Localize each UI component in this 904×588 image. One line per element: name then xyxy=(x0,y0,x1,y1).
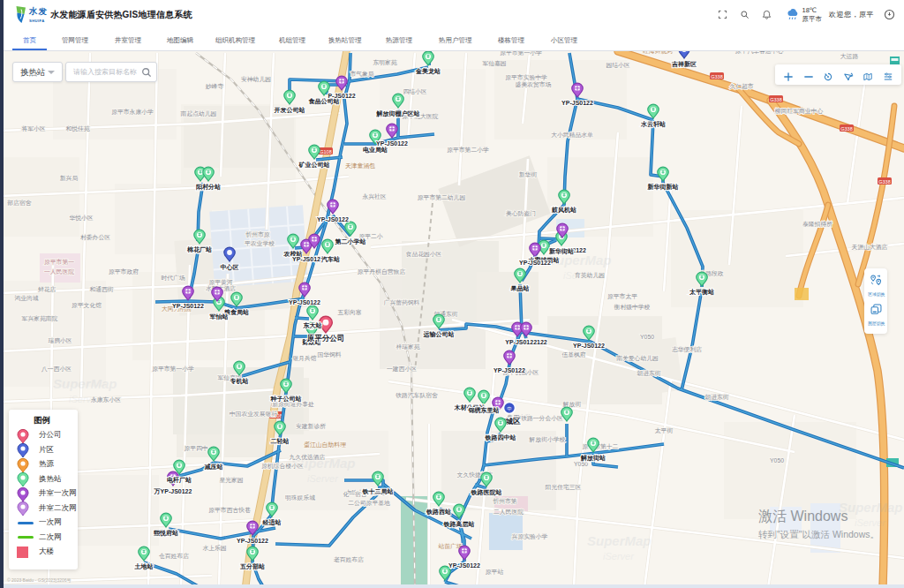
svg-text:四结小区: 四结小区 xyxy=(403,88,426,95)
svg-text:九久优选酒店: 九久优选酒店 xyxy=(290,454,326,461)
svg-text:土地站: 土地站 xyxy=(134,563,154,570)
svg-text:SuperMap: SuperMap xyxy=(587,533,652,548)
svg-text:华悦小区: 华悦小区 xyxy=(69,215,93,222)
svg-text:YP-JS0122: YP-JS0122 xyxy=(493,367,525,373)
svg-text:铁路汽车队宿舍: 铁路汽车队宿舍 xyxy=(395,392,438,399)
svg-text:和通西街: 和通西街 xyxy=(89,285,113,293)
svg-text:YP-JS0122: YP-JS0122 xyxy=(561,100,593,106)
svg-text:妙峰寺: 妙峰寺 xyxy=(206,83,224,90)
svg-text:专机站: 专机站 xyxy=(230,377,249,385)
svg-text:原平四中: 原平四中 xyxy=(184,445,207,452)
svg-text:解放街站: 解放街站 xyxy=(580,455,606,462)
svg-text:东明家苑: 东明家苑 xyxy=(373,59,396,66)
svg-text:YP-JS0122: YP-JS0122 xyxy=(172,303,204,309)
svg-text:原平市永康小学: 原平市永康小学 xyxy=(111,109,154,116)
svg-text:原平市实验中学: 原平市实验中学 xyxy=(505,74,547,80)
svg-text:村委办公区: 村委办公区 xyxy=(80,234,110,241)
svg-text:原平市太平: 原平市太平 xyxy=(607,293,637,299)
svg-text:食品公司站: 食品公司站 xyxy=(308,98,340,105)
svg-text:金美龙站: 金美龙站 xyxy=(415,67,441,75)
svg-text:星光家园: 星光家园 xyxy=(219,477,243,484)
svg-text:G338: G338 xyxy=(770,97,781,102)
svg-text:银月兵馆: 银月兵馆 xyxy=(291,355,316,362)
svg-text:铁路一分会小区: 铁路一分会小区 xyxy=(520,415,563,422)
svg-text:YP-JS0122: YP-JS0122 xyxy=(376,140,408,147)
svg-text:中心区: 中心区 xyxy=(221,263,239,271)
svg-text:新华街: 新华街 xyxy=(519,171,538,178)
svg-text:朝进东街: 朝进东街 xyxy=(637,370,660,377)
svg-text:明珠娱乐城: 明珠娱乐城 xyxy=(285,494,315,501)
svg-text:一人民医院: 一人民医院 xyxy=(44,268,74,275)
svg-text:棉花厂站: 棉花厂站 xyxy=(186,246,212,253)
svg-text:军仙嘉园: 军仙嘉园 xyxy=(482,60,506,67)
svg-text:食品花园小区: 食品花园小区 xyxy=(406,251,442,258)
svg-text:水云轩站: 水云轩站 xyxy=(640,121,666,128)
svg-text:YP-JS0122: YP-JS0122 xyxy=(448,562,480,569)
svg-text:中: 中 xyxy=(507,406,512,411)
svg-text:时代广场: 时代广场 xyxy=(161,275,185,282)
svg-text:G108: G108 xyxy=(320,149,331,155)
svg-text:忻州市原: 忻州市原 xyxy=(245,231,269,237)
svg-text:仓百姓布店: 仓百姓布店 xyxy=(159,553,189,560)
svg-text:五分部站: 五分部站 xyxy=(239,562,265,570)
svg-text:二公司原平基地: 二公司原平基地 xyxy=(348,500,390,506)
svg-text:YP-JS0122: YP-JS0122 xyxy=(519,260,551,266)
svg-text:鸿业尚城: 鸿业尚城 xyxy=(14,295,38,301)
svg-text:园结小区: 园结小区 xyxy=(606,62,629,69)
svg-text:经适站: 经适站 xyxy=(262,518,282,526)
svg-text:安建新诊所: 安建新诊所 xyxy=(296,423,326,430)
svg-text:锦绣东里站: 锦绣东里站 xyxy=(468,406,500,414)
svg-text:部店宿舍: 部店宿舍 xyxy=(6,200,31,207)
svg-text:一建西小区: 一建西小区 xyxy=(387,366,417,373)
svg-text:YP-JS012: YP-JS012 xyxy=(292,256,320,262)
svg-text:矿业公司站: 矿业公司站 xyxy=(298,161,330,169)
svg-text:军兴家苑南院: 军兴家苑南院 xyxy=(22,315,58,322)
svg-text:祥瑞家苑: 祥瑞家苑 xyxy=(396,343,419,351)
svg-text:YP-JS0122: YP-JS0122 xyxy=(289,299,320,305)
svg-text:新兴局: 新兴局 xyxy=(60,175,79,182)
svg-text:YP-JS0122122: YP-JS0122122 xyxy=(505,339,547,345)
svg-text:泰隆招待所: 泰隆招待所 xyxy=(802,221,832,228)
svg-text:南关爱心幼儿园: 南关爱心幼儿园 xyxy=(616,355,659,362)
svg-text:和悦佳苑: 和悦佳苑 xyxy=(65,125,89,132)
svg-text:Y050: Y050 xyxy=(640,334,654,340)
svg-text:铁路西站: 铁路西站 xyxy=(426,509,451,516)
svg-text:iServer: iServer xyxy=(307,473,339,484)
svg-text:铁路高层站: 铁路高层站 xyxy=(443,520,475,528)
svg-text:南起点幼儿园: 南起点幼儿园 xyxy=(181,110,217,117)
svg-text:鲜花店: 鲜花店 xyxy=(38,286,56,293)
svg-text:减压站: 减压站 xyxy=(205,464,223,471)
svg-text:老百姓布店: 老百姓布店 xyxy=(334,556,364,563)
svg-text:大小武精品水单: 大小武精品水单 xyxy=(551,132,593,139)
svg-text:吉祥新区: 吉祥新区 xyxy=(671,60,697,68)
svg-text:太平街: 太平街 xyxy=(655,427,674,434)
svg-text:原平市第一: 原平市第一 xyxy=(44,259,74,265)
svg-text:原平分公司: 原平分公司 xyxy=(306,334,345,343)
svg-text:阳光住宅三区: 阳光住宅三区 xyxy=(546,484,582,491)
svg-text:原机综合楼小区: 原机综合楼小区 xyxy=(261,463,304,469)
svg-text:盛美农贸市场: 盛美农贸市场 xyxy=(516,81,552,88)
svg-text:开发公司站: 开发公司站 xyxy=(274,107,305,114)
svg-text:中国农业发展银行: 中国农业发展银行 xyxy=(230,411,278,418)
svg-text:YP-JS0122: YP-JS0122 xyxy=(317,216,349,222)
svg-text:安神幼儿园: 安神幼儿园 xyxy=(241,76,271,83)
svg-text:种子公司站: 种子公司站 xyxy=(270,396,302,403)
svg-text:大运路: 大运路 xyxy=(840,53,859,60)
svg-text:SuperMap: SuperMap xyxy=(53,376,117,391)
svg-text:Y050: Y050 xyxy=(770,457,784,464)
svg-text:YP-JS0122: YP-JS0122 xyxy=(237,538,268,544)
svg-text:永康东小区: 永康东小区 xyxy=(91,396,121,403)
svg-text:原平市第一小学: 原平市第一小学 xyxy=(500,51,542,56)
svg-text:铁十二局站: 铁十二局站 xyxy=(362,488,394,495)
svg-text:兴原实验小学: 兴原实验小学 xyxy=(512,533,548,540)
svg-text:志华便利店: 志华便利店 xyxy=(672,346,702,353)
svg-text:解放街小学校: 解放街小学校 xyxy=(529,436,566,443)
svg-text:G338: G338 xyxy=(878,179,890,185)
svg-text:美心防盗门: 美心防盗门 xyxy=(506,210,536,217)
svg-text:电业局站: 电业局站 xyxy=(363,147,388,154)
svg-text:电杆厂站: 电杆厂站 xyxy=(167,477,192,484)
svg-text:原平市第二小学: 原平市第二小学 xyxy=(447,147,489,153)
svg-text:新华街新站: 新华街新站 xyxy=(647,183,679,191)
svg-text:万YP-JS0122: 万YP-JS0122 xyxy=(154,488,192,495)
svg-text:铁路医院站: 铁路医院站 xyxy=(471,489,502,496)
